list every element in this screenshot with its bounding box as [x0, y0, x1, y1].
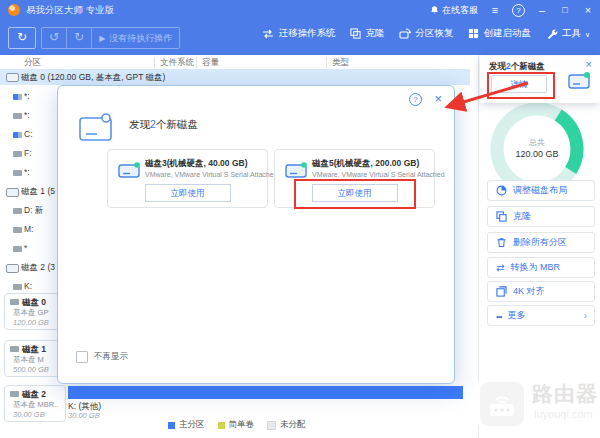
tools-menu-button[interactable]: 工具: [546, 27, 590, 40]
new-disk5-card: 磁盘5(机械硬盘, 200.00 GB) VMware, VMware Virt…: [274, 149, 435, 208]
dialog-disk-icon: [78, 108, 116, 144]
use-now-button-disk3[interactable]: 立即使用: [145, 184, 231, 202]
convert-icon: [496, 262, 504, 273]
dialog-title: 发现2个新磁盘: [129, 118, 198, 132]
column-capacity: 容量: [202, 57, 219, 69]
column-filesystem: 文件系统: [160, 57, 194, 69]
refresh-button[interactable]: [8, 27, 36, 49]
online-support-label: 在线客服: [442, 4, 478, 17]
migrate-os-label: 迁移操作系统: [278, 27, 335, 40]
checkbox-label: 不再显示: [94, 351, 128, 363]
wrench-icon: [546, 28, 558, 40]
create-bootable-disk-button[interactable]: 创建启动盘: [468, 27, 531, 40]
menu-icon[interactable]: [489, 0, 501, 20]
titlebar: 易我分区大师 专业版 在线客服: [0, 0, 600, 20]
use-now-button-disk5[interactable]: 立即使用: [312, 184, 398, 202]
disk5-detail: VMware, VMware Virtual S Serial Attached: [312, 171, 445, 178]
app-title: 易我分区大师 专业版: [26, 4, 114, 17]
new-disks-dialog: 发现2个新磁盘 磁盘3(机械硬盘, 40.00 GB) VMware, VMwa…: [57, 85, 455, 384]
legend-simple-label: 简单卷: [229, 419, 255, 431]
clone-icon: [496, 211, 507, 222]
migrate-icon: [262, 29, 274, 39]
tools-label: 工具: [562, 27, 581, 40]
disk0-label: 磁盘 0 (120.00 GB, 基本盘, GPT 磁盘): [21, 69, 165, 85]
convert-to-mbr-button[interactable]: 转换为 MBR: [487, 257, 595, 278]
partition-legend: 主分区 简单卷 未分配: [168, 419, 306, 431]
recovery-icon: [399, 28, 411, 39]
disk-icon: [10, 391, 19, 397]
partition-recovery-button[interactable]: 分区恢复: [399, 27, 453, 40]
disk3-name: 磁盘3(机械硬盘, 40.00 GB): [145, 158, 248, 170]
partition-recovery-label: 分区恢复: [415, 27, 453, 40]
more-icon: [496, 311, 501, 321]
disk-icon: [284, 160, 308, 180]
clone-label: 克隆: [365, 27, 384, 40]
disk-icon: [6, 264, 19, 273]
create-bootable-disk-label: 创建启动盘: [483, 27, 531, 40]
chevron-right-icon: [584, 310, 587, 321]
disk2-partition-bar[interactable]: [68, 386, 463, 399]
column-type: 类型: [332, 57, 349, 69]
delete-all-partitions-button[interactable]: 删除所有分区: [487, 232, 595, 253]
legend-simple-swatch: [218, 422, 225, 429]
donut-total-label: 总共: [485, 137, 589, 148]
pending-operations-button[interactable]: 没有待执行操作: [91, 28, 179, 48]
migrate-os-button[interactable]: 迁移操作系统: [262, 27, 335, 40]
clone-icon: [350, 28, 361, 39]
column-partition: 分区: [24, 57, 41, 69]
chevron-down-icon: [585, 28, 590, 39]
red-annotation-arrow: [440, 75, 540, 120]
disk-icon: [10, 299, 19, 305]
dialog-help-icon[interactable]: [409, 93, 422, 106]
disk-icon: [117, 160, 141, 180]
partition-icon: [13, 94, 22, 100]
app-logo-icon: [8, 4, 20, 16]
close-button[interactable]: [582, 0, 594, 20]
donut-total-value: 120.00 GB: [485, 149, 589, 159]
align-icon: [496, 286, 507, 297]
app-window: 易我分区大师 专业版 在线客服 没有待执行操作: [0, 0, 600, 438]
adjust-layout-icon: [496, 185, 507, 196]
online-support-button[interactable]: 在线客服: [430, 4, 478, 17]
partition-icon: [13, 208, 22, 214]
column-headers: 分区 文件系统 容量 类型: [0, 55, 470, 69]
more-button[interactable]: 更多: [487, 305, 595, 326]
adjust-disk-layout-button[interactable]: 调整磁盘布局: [487, 180, 595, 201]
bell-icon: [430, 5, 439, 15]
disk0-row[interactable]: 磁盘 0 (120.00 GB, 基本盘, GPT 磁盘): [0, 69, 470, 85]
trash-icon: [496, 237, 507, 248]
clone-button[interactable]: 克隆: [350, 27, 384, 40]
undo-button[interactable]: [42, 28, 66, 48]
play-icon: [99, 29, 105, 48]
disk-icon: [6, 73, 19, 82]
toolbar: 没有待执行操作 迁移操作系统 克隆 分区恢复 创建启动盘: [0, 20, 600, 55]
partition-icon: [13, 227, 22, 233]
disk-icon: [6, 188, 19, 197]
disk3-detail: VMware, VMware Virtual S Serial Attached: [145, 171, 278, 178]
minimize-button[interactable]: [536, 0, 548, 20]
legend-primary-swatch: [168, 422, 175, 429]
4k-alignment-button[interactable]: 4K 对齐: [487, 281, 595, 302]
partition-icon: [13, 113, 22, 119]
partition-icon: [13, 132, 22, 138]
legend-primary-label: 主分区: [179, 419, 205, 431]
partition-icon: [13, 170, 22, 176]
disk2-partition-size: 30.00 GB: [68, 411, 100, 420]
disk2-card[interactable]: 磁盘 2 基本盘 MBR.. 30.00 GB: [4, 385, 66, 422]
partition-icon: [13, 151, 22, 157]
new-disk-icon: [567, 69, 591, 91]
dont-show-again-checkbox[interactable]: 不再显示: [76, 351, 128, 363]
partition-icon: [13, 284, 22, 290]
pending-operations-label: 没有待执行操作: [109, 29, 172, 48]
help-icon[interactable]: [512, 4, 525, 17]
maximize-button[interactable]: [559, 0, 571, 20]
disk5-name: 磁盘5(机械硬盘, 200.00 GB): [312, 158, 419, 170]
legend-unallocated-label: 未分配: [280, 419, 306, 431]
new-disk3-card: 磁盘3(机械硬盘, 40.00 GB) VMware, VMware Virtu…: [107, 149, 268, 208]
redo-button[interactable]: [66, 28, 91, 48]
bootdisk-icon: [468, 28, 479, 39]
checkbox-icon[interactable]: [76, 351, 88, 363]
legend-unallocated-swatch: [267, 421, 276, 430]
clone-disk-button[interactable]: 克隆: [487, 206, 595, 227]
partition-icon: [13, 246, 22, 252]
